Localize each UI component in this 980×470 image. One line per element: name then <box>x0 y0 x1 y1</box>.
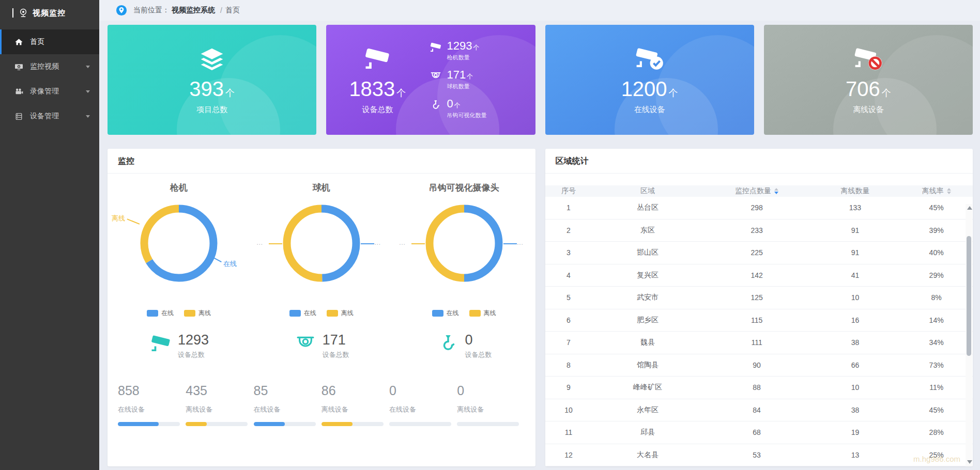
scroll-down-arrow[interactable] <box>967 460 972 464</box>
legend-swatch <box>147 310 158 317</box>
sidebar-item-home[interactable]: 首页 <box>0 29 99 54</box>
stat-card-设备总数: 1833个 设备总数 1293个 枪机数量 171个 球机数量 0个 吊钩可视化… <box>326 25 535 135</box>
home-icon <box>14 38 23 46</box>
cell-rate: 73% <box>900 361 973 369</box>
donut-charts: 枪机 离线 在线 在线 离线 1293 设备总数球机 … … 在线 离线 171… <box>108 182 535 359</box>
cell-points: 88 <box>703 383 810 391</box>
cell-offline: 41 <box>810 271 900 279</box>
cell-points: 142 <box>703 271 810 279</box>
stat-value: 0 <box>389 383 457 398</box>
cell-points: 225 <box>703 248 810 257</box>
donut-label-truncated: … <box>517 239 524 246</box>
legend-item-在线[interactable]: 在线 <box>147 309 174 318</box>
legend-item-离线[interactable]: 离线 <box>469 309 496 318</box>
stat-progress-track <box>457 422 519 426</box>
device-stat-球机-离线设备: 86 离线设备 <box>321 383 389 426</box>
chart-title: 球机 <box>250 182 393 196</box>
cell-region: 大名县 <box>592 450 703 460</box>
legend-item-在线[interactable]: 在线 <box>432 309 459 318</box>
region-table: 序号区域监控点数量 离线数量离线率 1丛台区29813345%2东区233913… <box>545 185 973 466</box>
cell-offline: 16 <box>810 316 900 324</box>
stat-label: 在线设备 <box>389 405 457 414</box>
table-row-邱县: 11邱县681928% <box>545 421 973 444</box>
device-stat-吊钩可视化摄像头-离线设备: 0 离线设备 <box>457 383 525 426</box>
legend-item-在线[interactable]: 在线 <box>289 309 316 318</box>
stat-value: 85 <box>254 383 321 398</box>
stat-label: 离线设备 <box>186 405 253 414</box>
sidebar-item-label: 首页 <box>30 37 44 46</box>
legend-item-离线[interactable]: 离线 <box>327 309 354 318</box>
breadcrumb: 当前位置： 视频监控系统 / 首页 <box>99 0 980 21</box>
chart-title: 枪机 <box>108 182 250 196</box>
table-row-武安市: 5武安市125108% <box>545 287 973 309</box>
scrollbar-thumb[interactable] <box>967 236 971 356</box>
chevron-down-icon <box>86 90 90 93</box>
table-row-魏县: 7魏县1113834% <box>545 332 973 354</box>
panels-row: 监控 枪机 离线 在线 在线 离线 1293 设备总数球机 … … 在线 离线 … <box>108 149 973 466</box>
donut-area: … … <box>250 198 393 300</box>
card-main: 706个 离线设备 <box>764 25 973 135</box>
stat-label: 在线设备 <box>254 405 321 414</box>
table-row-峰峰矿区: 9峰峰矿区881011% <box>545 377 973 399</box>
col-header-监控点数量[interactable]: 监控点数量 <box>703 186 810 196</box>
stat-progress-track <box>321 422 384 426</box>
cell-seq: 12 <box>545 451 592 459</box>
cell-offline: 38 <box>810 406 900 414</box>
donut-chart-球机: 球机 … … 在线 离线 171 设备总数 <box>250 182 393 359</box>
camera-online-icon <box>634 45 665 73</box>
cell-seq: 10 <box>545 406 592 414</box>
cell-seq: 7 <box>545 338 592 347</box>
hook-icon <box>429 99 442 112</box>
stat-card-项目总数: 393个 项目总数 <box>108 25 316 135</box>
table-body: 1丛台区29813345%2东区2339139%3邯山区2259140%4复兴区… <box>545 197 973 466</box>
cell-rate: 39% <box>900 226 973 234</box>
cell-points: 115 <box>703 316 810 324</box>
stat-progress-fill <box>118 422 159 426</box>
legend-item-离线[interactable]: 离线 <box>184 309 211 318</box>
total-label: 设备总数 <box>323 350 349 359</box>
donut-label-truncated: … <box>374 239 381 246</box>
cell-offline: 10 <box>810 293 900 302</box>
app-root: 视频监控 首页监控视频录像管理设备管理 当前位置： 视频监控系统 / 首页 39… <box>0 0 980 470</box>
table-row-肥乡区: 6肥乡区1151614% <box>545 309 973 332</box>
col-header-离线率[interactable]: 离线率 <box>900 186 973 196</box>
sidebar-item-record-manage[interactable]: 录像管理 <box>0 79 99 104</box>
table-scrollbar[interactable] <box>966 204 972 466</box>
donut-label-truncated: … <box>399 239 406 246</box>
breadcrumb-root[interactable]: 视频监控系统 <box>172 6 215 15</box>
cell-seq: 3 <box>545 248 592 257</box>
card-main: 393个 项目总数 <box>108 25 316 135</box>
card-label: 离线设备 <box>853 105 884 115</box>
monitor-panel-title: 监控 <box>108 149 535 174</box>
table-row-大名县: 12大名县531325% <box>545 444 973 467</box>
stat-value: 0 <box>457 383 525 398</box>
sidebar-item-monitor-video[interactable]: 监控视频 <box>0 54 99 79</box>
stat-progress-track <box>254 422 316 426</box>
card-substat-球机数量: 171个 球机数量 <box>429 69 530 90</box>
cell-seq: 4 <box>545 271 592 279</box>
location-pin-icon <box>116 5 127 16</box>
legend-swatch <box>184 310 195 317</box>
camera-offline-icon <box>853 45 884 73</box>
card-value: 706个 <box>846 77 891 100</box>
device-stats-row: 858 在线设备 435 离线设备 85 在线设备 86 离线设备 0 在线设备… <box>108 383 535 426</box>
col-header-序号: 序号 <box>545 186 592 196</box>
scroll-up-arrow[interactable] <box>967 206 972 210</box>
dome-camera-icon <box>429 70 442 83</box>
breadcrumb-separator: / <box>220 6 222 14</box>
chart-legend: 在线 离线 <box>250 309 393 318</box>
hook-icon <box>436 333 460 355</box>
cell-points: 68 <box>703 428 810 436</box>
stat-label: 离线设备 <box>321 405 389 414</box>
chevron-down-icon <box>86 66 90 68</box>
stat-progress-fill <box>254 422 285 426</box>
legend-swatch <box>289 310 301 317</box>
donut-area: … … <box>393 198 535 300</box>
bullet-camera-icon <box>149 333 173 355</box>
cell-points: 53 <box>703 451 810 459</box>
cell-rate: 34% <box>900 338 973 347</box>
device-icon <box>14 112 23 121</box>
sidebar-item-device-manage[interactable]: 设备管理 <box>0 104 99 129</box>
card-substat-枪机数量: 1293个 枪机数量 <box>429 40 530 61</box>
cell-points: 90 <box>703 361 810 369</box>
